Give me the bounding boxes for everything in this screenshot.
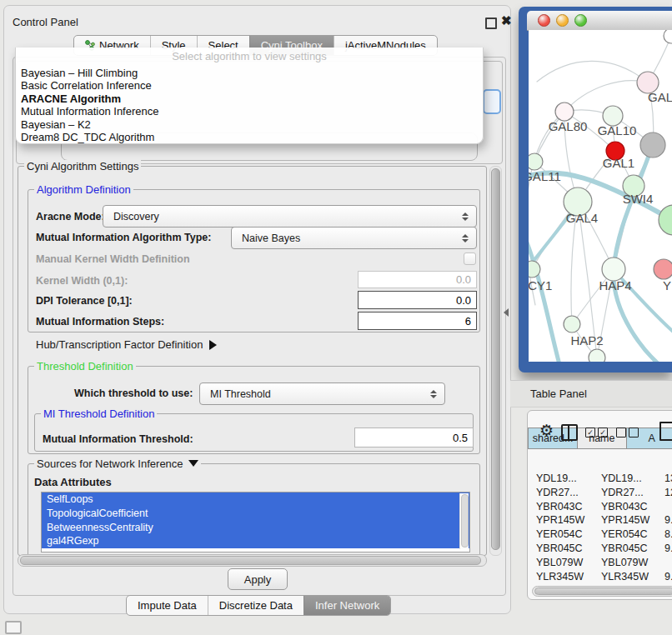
table-cell[interactable]: 9. — [660, 513, 672, 528]
table-row[interactable]: YPR145WYPR145W9. — [532, 513, 672, 528]
table-cell[interactable]: YPR145W — [532, 513, 597, 528]
algorithm-option[interactable]: ARACNE Algorithm — [19, 92, 471, 105]
list-scrollbar[interactable] — [459, 493, 469, 549]
data-attributes-list[interactable]: SelfLoopsTopologicalCoefficientBetweenne… — [41, 492, 470, 552]
dpi-tolerance-field[interactable] — [358, 291, 477, 309]
which-threshold-select[interactable]: MI Threshold — [199, 382, 445, 405]
dropdown-prompt: Select algorithm to view settings — [16, 50, 483, 62]
minimize-traffic-light-icon[interactable] — [556, 14, 569, 27]
table-cell[interactable]: 13 — [660, 472, 672, 486]
mi-type-select[interactable]: Naive Bayes — [231, 227, 477, 249]
checked-boxes-icon[interactable]: ✓✓ — [585, 428, 608, 438]
table-cell[interactable]: YER054C — [532, 528, 597, 542]
table-cell[interactable]: YPR145W — [597, 513, 660, 528]
network-edge[interactable] — [564, 81, 648, 112]
table-row[interactable]: YBR045CYBR045C9. — [532, 542, 672, 556]
network-canvas[interactable]: GALGAL80GAL10GAL1GAL11GAL4SWI4GCY1HAP4YH… — [529, 30, 672, 362]
table-cell[interactable]: YDR27... — [597, 486, 660, 500]
zoom-traffic-light-icon[interactable] — [574, 14, 587, 27]
kernel-width-field[interactable] — [358, 271, 477, 288]
table-row[interactable]: YBL079WYBL079W — [532, 556, 672, 570]
hub-definition-label: Hub/Transcription Factor Definition — [36, 338, 203, 351]
bottom-tab-discretize-data[interactable]: Discretize Data — [208, 596, 303, 615]
table-cell[interactable]: YBL079W — [597, 556, 660, 570]
table-cell[interactable]: YDR27... — [532, 486, 597, 500]
table-cell[interactable]: YDL19... — [597, 472, 660, 486]
network-node[interactable] — [529, 261, 540, 278]
network-edge[interactable] — [614, 137, 672, 362]
close-icon[interactable]: ✖ — [501, 13, 512, 28]
network-node[interactable] — [664, 30, 672, 43]
columns-icon[interactable] — [561, 424, 578, 441]
network-node[interactable] — [564, 316, 580, 332]
bottom-tab-infer-network[interactable]: Infer Network — [303, 596, 390, 615]
network-view-window[interactable]: GALGAL80GAL10GAL1GAL11GAL4SWI4GCY1HAP4YH… — [519, 7, 672, 372]
network-node[interactable] — [589, 349, 605, 362]
table-cell[interactable]: YBL079W — [532, 556, 597, 570]
document-icon[interactable] — [659, 422, 672, 441]
hub-definition-toggle[interactable]: Hub/Transcription Factor Definition — [36, 338, 217, 351]
panel-splitter-handle[interactable] — [504, 308, 509, 317]
dock-button[interactable] — [5, 621, 22, 634]
settings-vertical-scrollbar[interactable] — [489, 166, 502, 556]
mi-threshold-field[interactable] — [354, 428, 474, 448]
table-row[interactable]: YBR043CYBR043C — [532, 500, 672, 514]
bottom-tab-label: Infer Network — [315, 596, 379, 615]
network-edge[interactable] — [529, 230, 569, 362]
table-cell[interactable]: 9. — [660, 542, 672, 556]
attribute-item[interactable]: BetweennessCentrality — [42, 521, 469, 535]
network-node[interactable] — [640, 132, 665, 158]
network-node[interactable] — [555, 102, 574, 121]
table-horizontal-scrollbar[interactable] — [532, 586, 672, 597]
network-node[interactable] — [659, 205, 672, 235]
apply-button[interactable]: Apply — [228, 568, 288, 590]
algorithm-option[interactable]: Mutual Information Inference — [19, 105, 471, 118]
close-traffic-light-icon[interactable] — [538, 14, 550, 27]
table-cell[interactable]: YBR045C — [597, 542, 660, 556]
algorithm-option[interactable]: Bayesian – Hill Climbing — [19, 67, 471, 79]
table-cell[interactable]: YER054C — [597, 528, 660, 542]
algorithm-option[interactable]: Bayesian – K2 — [19, 118, 471, 131]
network-node[interactable] — [654, 259, 672, 279]
bottom-tabstrip: Impute DataDiscretize DataInfer Network — [126, 595, 391, 616]
table-cell[interactable] — [660, 500, 672, 514]
algorithm-option[interactable]: Dream8 DC_TDC Algorithm — [19, 131, 471, 143]
table-cell[interactable]: YLR345W — [597, 570, 660, 584]
settings-horizontal-scrollbar[interactable] — [18, 554, 487, 567]
unchecked-boxes-icon[interactable] — [616, 428, 639, 438]
table-cell[interactable]: YLR345W — [532, 570, 597, 584]
attribute-item[interactable]: TopologicalCoefficient — [42, 507, 469, 521]
float-window-icon[interactable] — [485, 18, 497, 29]
aracne-mode-select[interactable]: Discovery — [103, 205, 477, 228]
network-node[interactable] — [602, 258, 625, 281]
network-edge[interactable] — [537, 61, 648, 82]
table-row[interactable]: YDL19...YDL19...13 — [532, 472, 672, 486]
screen: Control Panel ✖ NetworkStyleSelectCyni T… — [0, 0, 672, 635]
table-cell[interactable]: 9. — [660, 570, 672, 584]
attribute-item[interactable]: gal4RGexp — [42, 534, 469, 548]
mi-steps-field[interactable] — [358, 312, 477, 330]
network-window-titlebar[interactable] — [527, 11, 672, 31]
mi-threshold-label: Mutual Information Threshold: — [43, 433, 193, 445]
table-row[interactable]: YDR27...YDR27...12 — [532, 486, 672, 500]
manual-kernel-checkbox[interactable] — [464, 252, 476, 265]
bottom-tab-impute-data[interactable]: Impute Data — [127, 596, 208, 615]
network-node[interactable] — [529, 153, 543, 170]
algorithm-option[interactable]: Basic Correlation Inference — [19, 79, 471, 92]
table-cell[interactable]: 8. — [660, 528, 672, 542]
table-row[interactable]: YER054CYER054C8. — [532, 528, 672, 542]
gear-icon[interactable]: ⚙ — [539, 422, 554, 438]
table-cell[interactable]: YDL19... — [532, 472, 597, 486]
table-cell[interactable]: 12 — [660, 486, 672, 500]
table-cell[interactable] — [660, 556, 672, 570]
mi-type-value: Naive Bayes — [232, 232, 462, 244]
table-cell[interactable]: YBR043C — [532, 500, 597, 514]
sources-group-title[interactable]: Sources for Network Inference — [34, 458, 201, 470]
table-cell[interactable]: YBR045C — [532, 542, 597, 556]
collapsed-arrow-icon — [209, 340, 217, 350]
table-cell[interactable]: YBR043C — [597, 500, 660, 514]
attribute-item[interactable]: SelfLoops — [42, 492, 469, 507]
combo-arrows-icon — [430, 390, 437, 398]
table-row[interactable]: YLR345WYLR345W9. — [532, 570, 672, 584]
background-combo-arrow[interactable] — [483, 89, 501, 114]
